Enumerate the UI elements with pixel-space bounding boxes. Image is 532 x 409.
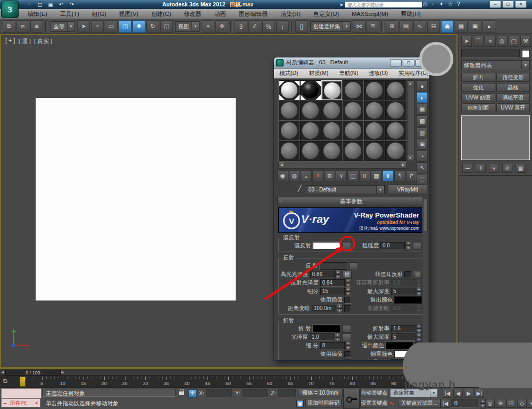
background-icon[interactable]: ▦ xyxy=(417,104,428,115)
map-button[interactable] xyxy=(413,242,422,250)
map-button[interactable] xyxy=(342,333,351,341)
show-end-result-icon[interactable]: ‖ xyxy=(383,170,394,181)
spinner-value[interactable]: 0.0 xyxy=(391,305,415,312)
material-slot-1[interactable] xyxy=(279,80,300,101)
menu-item-11[interactable]: 帮助(H) xyxy=(395,10,427,18)
spinner-arrows[interactable]: ▲▼ xyxy=(416,278,422,288)
zoom-all-icon[interactable]: ⊕ xyxy=(496,399,505,408)
mat-editor-menu-2[interactable]: 导航(N) xyxy=(334,70,363,77)
mat-editor-menu-1[interactable]: 材质(M) xyxy=(304,70,334,77)
snap-toggle-3d-icon[interactable]: 3 xyxy=(235,20,247,33)
make-unique-icon[interactable]: ⋎ xyxy=(489,164,499,173)
make-unique-icon[interactable]: ⋎ xyxy=(336,170,347,181)
menu-item-4[interactable]: 创建(C) xyxy=(145,10,177,18)
material-slot-9[interactable] xyxy=(321,101,343,121)
show-end-result-icon[interactable]: ‖ xyxy=(476,164,486,173)
material-map-navigator-icon[interactable]: ≣ xyxy=(417,174,428,185)
maximize-button[interactable]: ◻ xyxy=(502,1,514,8)
map-button[interactable] xyxy=(342,242,351,250)
basic-parameters-rollout[interactable]: 基本参数 xyxy=(277,197,425,205)
spinner-up-icon[interactable]: ▲ xyxy=(337,304,343,308)
material-slot-6[interactable] xyxy=(385,80,406,101)
spinner-up-icon[interactable]: ▲ xyxy=(335,270,341,274)
bind-to-spacewarp-icon[interactable]: ≋ xyxy=(30,20,43,33)
utilities-tab[interactable]: ⚒ xyxy=(520,36,531,47)
menu-item-1[interactable]: 工具(T) xyxy=(54,10,86,18)
get-material-icon[interactable]: ◉ xyxy=(277,170,288,181)
unlink-selection-icon[interactable]: ⧄ xyxy=(16,20,29,33)
motion-tab[interactable]: ◎ xyxy=(497,36,508,47)
spinner-value[interactable]: 8 xyxy=(320,342,345,349)
spinner-down-icon[interactable]: ▼ xyxy=(345,291,351,296)
redo-icon[interactable]: ↷ xyxy=(68,2,76,7)
select-and-move-icon[interactable]: ✚ xyxy=(132,20,145,33)
plane-object[interactable] xyxy=(36,98,236,301)
material-slot-13[interactable] xyxy=(279,121,300,141)
slots-vertical-scrollbar[interactable]: ▲ ▼ xyxy=(407,80,414,161)
dropdown-arrow-icon[interactable]: ▼ xyxy=(67,22,74,31)
spinner-value[interactable]: 5 xyxy=(391,288,415,295)
material-slot-15[interactable] xyxy=(321,121,343,141)
minimize-button[interactable]: – xyxy=(489,1,501,8)
pick-material-eyedropper-icon[interactable]: ╱ xyxy=(295,185,304,194)
spinner-arrows[interactable]: ▲▼ xyxy=(405,241,411,251)
named-selection-dropdown[interactable]: 创建选择集▼ xyxy=(310,21,351,32)
time-tag-icon[interactable]: ⧉ xyxy=(3,378,7,385)
spinner-down-icon[interactable]: ▼ xyxy=(416,308,422,313)
spinner[interactable]: 5▲▼ xyxy=(391,332,422,342)
modifier-button-6[interactable]: 倒角剖面 xyxy=(461,103,495,112)
viewport-label[interactable]: [ + ] [ 顶 ] [ 真实 ] xyxy=(5,37,52,45)
curve-editor-icon[interactable]: ∿ xyxy=(413,20,426,33)
spinner-down-icon[interactable]: ▼ xyxy=(416,291,422,296)
slots-horizontal-scrollbar[interactable]: ◀ ▶ xyxy=(278,162,407,169)
material-slot-22[interactable] xyxy=(343,141,364,161)
spinner-value[interactable]: 1.0 xyxy=(310,333,334,341)
scroll-left-icon[interactable]: ◀ xyxy=(279,162,284,168)
configure-modifier-sets-icon[interactable]: ▦ xyxy=(516,164,526,173)
spinner-down-icon[interactable]: ▼ xyxy=(405,246,411,251)
options-icon[interactable]: ◔ xyxy=(417,151,428,162)
go-forward-to-sibling-icon[interactable]: ↱ xyxy=(406,170,417,181)
dropdown-arrow-icon[interactable]: ▼ xyxy=(192,22,199,31)
assign-material-to-selection-icon[interactable]: ◒ xyxy=(301,170,312,181)
material-slot-21[interactable] xyxy=(321,141,343,161)
checkbox[interactable] xyxy=(344,305,351,312)
map-button[interactable] xyxy=(349,262,358,270)
set-key-button[interactable]: 设置关键点 xyxy=(360,399,388,407)
search-expand-icon[interactable]: ▶ xyxy=(340,3,343,7)
select-object-icon[interactable]: ➤ xyxy=(77,20,90,33)
menu-item-5[interactable]: 修改器 xyxy=(178,10,208,18)
z-coordinate-field[interactable] xyxy=(278,389,296,397)
material-slot-5[interactable] xyxy=(364,80,385,101)
material-slot-2[interactable] xyxy=(300,80,321,101)
render-production-icon[interactable]: ● xyxy=(483,20,495,33)
color-swatch[interactable] xyxy=(313,242,340,249)
spinner-arrows[interactable]: ▲▼ xyxy=(345,341,351,350)
macro-recorder-line[interactable] xyxy=(1,388,41,398)
go-to-parent-icon[interactable]: ↰ xyxy=(394,170,405,181)
spinner-value[interactable]: 100.0m xyxy=(312,305,336,312)
spinner-up-icon[interactable]: ▲ xyxy=(345,287,351,291)
modifier-button-5[interactable]: 涡轮平滑 xyxy=(496,93,530,102)
menu-item-6[interactable]: 动画 xyxy=(208,10,232,18)
favorites-icon[interactable]: ☆ xyxy=(448,1,453,7)
spinner-up-icon[interactable]: ▲ xyxy=(416,278,422,283)
graphite-ribbon-icon[interactable]: ▤ xyxy=(400,20,412,33)
layer-manager-icon[interactable]: ⊞ xyxy=(386,20,398,33)
spinner-up-icon[interactable]: ▲ xyxy=(416,304,422,308)
put-material-to-scene-icon[interactable]: ◍ xyxy=(289,170,300,181)
backlight-icon[interactable]: ◐ xyxy=(417,92,428,103)
color-swatch[interactable] xyxy=(394,296,422,304)
frame-back-arrow-icon[interactable]: ◀ xyxy=(1,370,5,375)
dropdown-arrow-icon[interactable]: ▼ xyxy=(376,186,384,194)
material-slot-19[interactable] xyxy=(279,141,300,161)
new-scene-icon[interactable]: ▫ xyxy=(26,2,33,7)
play-icon[interactable]: ▶ xyxy=(464,389,473,398)
display-tab[interactable]: ▢ xyxy=(509,36,519,47)
open-file-icon[interactable]: ◻ xyxy=(36,2,44,7)
rectangular-selection-icon[interactable]: ▭ xyxy=(105,20,118,33)
spinner-value[interactable]: 1.6 xyxy=(391,325,415,332)
spinner-down-icon[interactable]: ▼ xyxy=(416,283,422,288)
select-by-name-icon[interactable]: ≡ xyxy=(91,20,104,33)
material-slot-12[interactable] xyxy=(385,101,406,121)
